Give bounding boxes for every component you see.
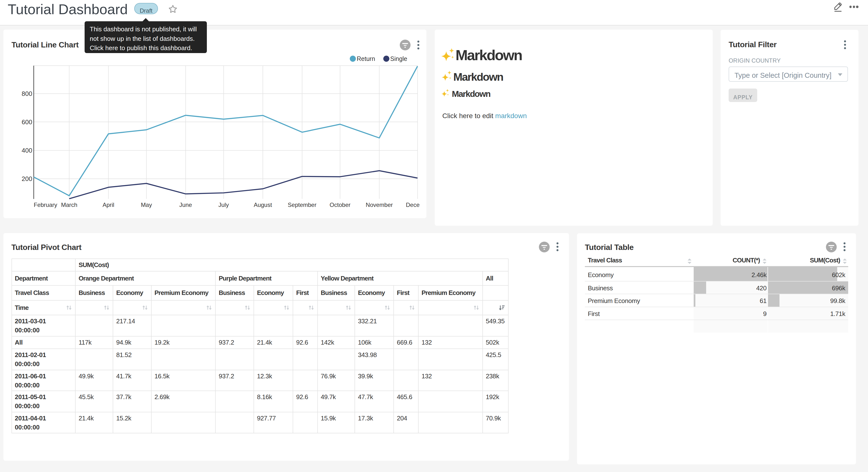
svg-text:November: November	[366, 202, 393, 208]
svg-text:July: July	[218, 202, 229, 208]
svg-text:400: 400	[22, 147, 32, 154]
svg-text:June: June	[179, 202, 192, 208]
svg-text:October: October	[330, 202, 350, 208]
svg-text:Single: Single	[390, 55, 407, 62]
svg-text:September: September	[288, 202, 316, 208]
svg-text:April: April	[102, 202, 114, 208]
svg-text:February: February	[34, 202, 57, 208]
svg-text:March: March	[61, 202, 78, 208]
svg-text:Return: Return	[357, 55, 375, 62]
svg-text:May: May	[141, 202, 152, 208]
svg-text:Dece: Dece	[406, 202, 420, 208]
svg-text:August: August	[254, 202, 272, 208]
svg-text:800: 800	[22, 90, 32, 97]
svg-text:200: 200	[22, 175, 32, 182]
svg-text:600: 600	[22, 118, 32, 126]
